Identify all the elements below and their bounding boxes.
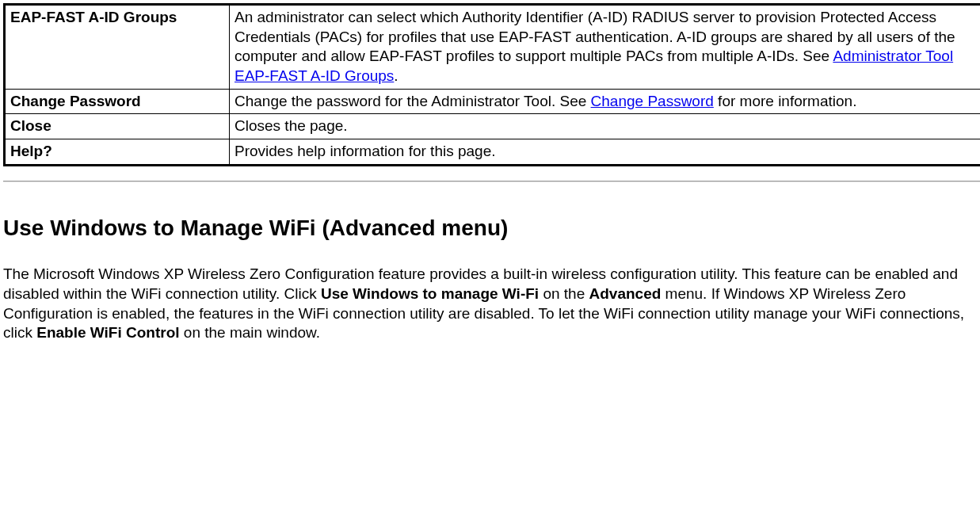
- desc-text-before: Change the password for the Administrato…: [235, 93, 591, 109]
- option-name-cell: Change Password: [5, 89, 230, 114]
- table-row: Close Closes the page.: [5, 114, 981, 139]
- table-row: Help? Provides help information for this…: [5, 139, 981, 166]
- change-password-link[interactable]: Change Password: [591, 93, 714, 109]
- desc-text-after: .: [394, 67, 398, 84]
- option-desc-cell: Change the password for the Administrato…: [230, 89, 981, 114]
- desc-text-before: Provides help information for this page.: [235, 143, 496, 159]
- table-row: Change Password Change the password for …: [5, 89, 981, 114]
- option-name-cell: EAP-FAST A-ID Groups: [5, 5, 230, 90]
- section-heading: Use Windows to Manage WiFi (Advanced men…: [3, 214, 980, 242]
- section-body: The Microsoft Windows XP Wireless Zero C…: [3, 265, 980, 343]
- bold-enable-wifi: Enable WiFi Control: [36, 324, 179, 341]
- option-desc-cell: An administrator can select which Author…: [230, 5, 981, 90]
- bold-advanced: Advanced: [589, 285, 662, 302]
- option-desc-cell: Closes the page.: [230, 114, 981, 139]
- option-name-cell: Help?: [5, 139, 230, 166]
- desc-text-before: Closes the page.: [235, 117, 348, 134]
- options-table: EAP-FAST A-ID Groups An administrator ca…: [3, 3, 980, 166]
- option-desc-cell: Provides help information for this page.: [230, 139, 981, 166]
- body-text-b: on the: [539, 285, 589, 302]
- option-name-cell: Close: [5, 114, 230, 139]
- table-row: EAP-FAST A-ID Groups An administrator ca…: [5, 5, 981, 90]
- divider: [3, 181, 980, 182]
- bold-use-windows: Use Windows to manage Wi-Fi: [321, 285, 539, 302]
- desc-text-after: for more information.: [714, 93, 857, 109]
- body-text-d: on the main window.: [180, 324, 320, 341]
